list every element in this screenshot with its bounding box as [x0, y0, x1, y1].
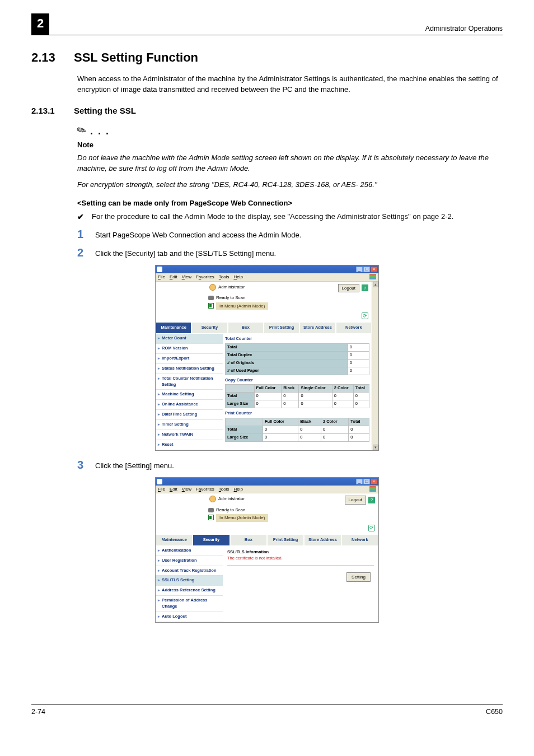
role-label: Administrator: [218, 284, 245, 291]
main-panel: SSL/TLS Information The certificate is n…: [223, 546, 378, 622]
tab-maintenance[interactable]: Maintenance: [156, 322, 191, 334]
minimize-button[interactable]: _: [356, 479, 363, 484]
menu-edit[interactable]: Edit: [170, 486, 177, 493]
menu-file[interactable]: File: [158, 486, 165, 493]
close-button[interactable]: ×: [371, 267, 377, 272]
tab-box[interactable]: Box: [230, 534, 267, 546]
step-1-text: Start PageScope Web Connection and acces…: [95, 228, 301, 241]
tab-store-address[interactable]: Store Address: [299, 322, 335, 334]
printer-icon: [208, 296, 214, 300]
sidebar-item-address-reference-setting[interactable]: ▸Address Reference Setting: [156, 586, 223, 596]
sidebar-item-machine-setting[interactable]: ▸Machine Setting: [156, 390, 223, 400]
screenshot-2: _ □ × File Edit View Favorites Tools Hel…: [155, 477, 379, 623]
menu-favorites[interactable]: Favorites: [196, 274, 214, 281]
header-right-text: Administrator Operations: [425, 24, 503, 35]
scroll-down-icon[interactable]: ▾: [373, 445, 378, 450]
sidebar-item-account-track-registration[interactable]: ▸Account Track Registration: [156, 566, 223, 576]
sidebar-item-permission-address-change[interactable]: ▸Permission of Address Change: [156, 596, 223, 612]
step-1-number: 1: [77, 228, 87, 241]
ssl-info-title: SSL/TLS Information: [227, 549, 374, 556]
menu-edit[interactable]: Edit: [170, 274, 177, 281]
sidebar-item-online-assistance[interactable]: ▸Online Assistance: [156, 400, 223, 410]
menu-tools[interactable]: Tools: [219, 486, 229, 493]
tab-network[interactable]: Network: [341, 534, 378, 546]
tab-maintenance[interactable]: Maintenance: [156, 534, 193, 546]
ssl-info-warning: The certificate is not installed.: [227, 556, 374, 562]
step-3-number: 3: [77, 459, 87, 472]
tab-store-address[interactable]: Store Address: [304, 534, 341, 546]
sidebar-item-date-time[interactable]: ▸Date/Time Setting: [156, 410, 223, 420]
maximize-button[interactable]: □: [363, 267, 370, 272]
scroll-up-icon[interactable]: ▴: [373, 282, 378, 287]
sidebar: ▸Authentication ▸User Registration ▸Acco…: [156, 546, 223, 622]
browser-menubar: File Edit View Favorites Tools Help: [156, 486, 378, 494]
chapter-badge: 2: [31, 13, 49, 35]
tab-print-setting[interactable]: Print Setting: [264, 322, 299, 334]
sidebar-item-auto-logout[interactable]: ▸Auto Logout: [156, 612, 223, 622]
step-3-text: Click the [Setting] menu.: [95, 459, 174, 472]
menu-favorites[interactable]: Favorites: [196, 486, 214, 493]
status-ready: Ready to Scan: [216, 507, 245, 514]
menu-view[interactable]: View: [182, 274, 191, 281]
copy-counter-title: Copy Counter: [225, 377, 369, 384]
scrollbar[interactable]: ▴ ▾: [372, 282, 378, 450]
setting-heading: <Setting can be made only from PageScope…: [77, 198, 503, 209]
total-counter-table: Total0 Total Duplex0 # of Originals0 # o…: [225, 343, 369, 375]
role-label: Administrator: [218, 496, 245, 502]
sidebar-item-total-counter-notification[interactable]: ▸Total Counter Notification Setting: [156, 374, 223, 390]
tab-security[interactable]: Security: [191, 322, 227, 334]
note-text-1: Do not leave the machine with the Admin …: [77, 153, 503, 174]
section-intro: When access to the Administrator of the …: [77, 74, 503, 95]
total-counter-title: Total Counter: [225, 336, 369, 342]
tab-bar: Maintenance Security Box Print Setting S…: [156, 322, 372, 334]
sidebar-item-status-notification[interactable]: ▸Status Notification Setting: [156, 364, 223, 374]
print-counter-title: Print Counter: [225, 410, 369, 417]
ie-icon: [157, 479, 162, 484]
check-text: For the procedure to call the Admin Mode…: [92, 212, 453, 222]
browser-menubar: FFileile Edit View Favorites Tools Help: [156, 273, 378, 282]
window-titlebar: _ □ ×: [156, 478, 378, 486]
subsection-title: 2.13.1Setting the SSL: [31, 105, 503, 117]
help-icon[interactable]: ?: [362, 284, 368, 291]
doc-icon: [208, 515, 214, 520]
sidebar: ▸Meter Count ▸ROM Version ▸Import/Export…: [156, 334, 223, 450]
sidebar-item-reset[interactable]: ▸Reset: [156, 440, 223, 450]
menu-tools[interactable]: Tools: [219, 274, 229, 281]
pen-icon: ✎: [74, 122, 90, 141]
maximize-button[interactable]: □: [363, 479, 370, 484]
tab-box[interactable]: Box: [228, 322, 264, 334]
check-icon: ✔: [77, 212, 84, 222]
menu-view[interactable]: View: [182, 486, 191, 493]
step-2-number: 2: [77, 246, 87, 259]
sidebar-item-rom-version[interactable]: ▸ROM Version: [156, 344, 223, 354]
close-button[interactable]: ×: [371, 479, 377, 484]
sidebar-item-network-twain[interactable]: ▸Network TWAIN: [156, 430, 223, 440]
tab-bar: Maintenance Security Box Print Setting S…: [156, 534, 378, 546]
tab-network[interactable]: Network: [336, 322, 372, 334]
doc-icon: [208, 303, 214, 309]
main-panel: Total Counter Total0 Total Duplex0 # of …: [223, 334, 372, 450]
footer-model: C650: [486, 707, 503, 717]
footer-page-number: 2-74: [31, 707, 45, 717]
menu-file[interactable]: FFileile: [158, 274, 165, 281]
sidebar-item-timer-setting[interactable]: ▸Timer Setting: [156, 420, 223, 430]
tab-security[interactable]: Security: [193, 534, 229, 546]
user-icon: [209, 496, 216, 502]
sidebar-item-authentication[interactable]: ▸Authentication: [156, 546, 223, 556]
sidebar-item-user-registration[interactable]: ▸User Registration: [156, 556, 223, 566]
sidebar-item-import-export[interactable]: ▸Import/Export: [156, 354, 223, 364]
refresh-icon[interactable]: ⟳: [362, 312, 368, 319]
menu-help[interactable]: Help: [234, 486, 243, 493]
sidebar-item-meter-count[interactable]: ▸Meter Count: [156, 334, 223, 344]
help-icon[interactable]: ?: [368, 497, 375, 503]
printer-icon: [208, 508, 214, 512]
minimize-button[interactable]: _: [356, 267, 363, 272]
refresh-icon[interactable]: ⟳: [368, 525, 375, 531]
ie-flag-icon: [369, 486, 376, 492]
menu-help[interactable]: Help: [234, 274, 243, 281]
tab-print-setting[interactable]: Print Setting: [267, 534, 304, 546]
logout-button[interactable]: Logout: [338, 284, 359, 293]
setting-button[interactable]: Setting: [346, 572, 371, 582]
logout-button[interactable]: Logout: [345, 496, 366, 505]
sidebar-item-ssl-tls-setting[interactable]: ▸SSL/TLS Setting: [156, 576, 223, 586]
